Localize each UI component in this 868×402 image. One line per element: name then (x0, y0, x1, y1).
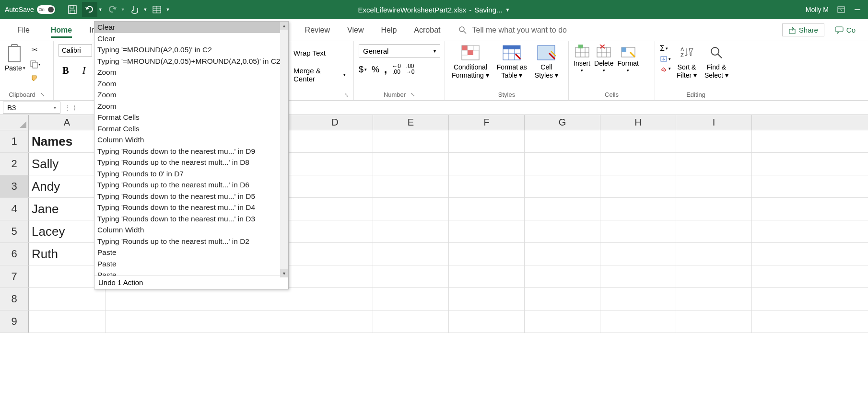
col-header-G[interactable]: G (525, 115, 600, 130)
cell[interactable] (525, 153, 600, 175)
tab-acrobat[interactable]: Acrobat (405, 19, 449, 41)
format-as-table-button[interactable]: Format asTable ▾ (495, 44, 529, 80)
increase-decimal-icon[interactable]: ←0.00 (392, 63, 401, 76)
delete-cells-button[interactable]: Delete▾ (594, 44, 613, 73)
ribbon-options-icon[interactable] (837, 6, 845, 13)
undo-history-item[interactable]: Clear (94, 33, 288, 45)
undo-history-item[interactable]: Format Cells (94, 112, 288, 123)
cell[interactable] (29, 288, 106, 310)
font-name-box[interactable]: Calibri (59, 44, 92, 57)
tab-help[interactable]: Help (372, 19, 405, 41)
toggle-switch[interactable]: On (37, 5, 55, 14)
cell[interactable] (297, 265, 373, 287)
undo-history-item[interactable]: Typing '=MROUND(A2,0.05)+MROUND(A2,0.05)… (94, 56, 288, 67)
merge-center-button[interactable]: Merge & Center▾ (291, 65, 349, 85)
cell[interactable] (373, 153, 449, 175)
cell[interactable] (525, 265, 600, 287)
cell[interactable] (449, 198, 525, 220)
row-header[interactable]: 6 (0, 243, 29, 265)
tab-file[interactable]: File (9, 19, 38, 41)
col-header-I[interactable]: I (676, 115, 752, 130)
undo-history-item[interactable]: Typing 'Rounds up to the nearest mult...… (94, 236, 288, 247)
cell[interactable] (600, 130, 676, 152)
undo-scrollbar[interactable]: ▲ ▼ (280, 22, 288, 277)
cell[interactable] (525, 220, 600, 242)
col-header-F[interactable]: F (449, 115, 525, 130)
undo-history-dropdown[interactable]: ClearClearTyping '=MROUND(A2,0.05)' in C… (94, 21, 289, 289)
wrap-text-button[interactable]: Wrap Text (291, 47, 328, 59)
undo-history-item[interactable]: Paste (94, 247, 288, 258)
undo-history-item[interactable]: Paste (94, 258, 288, 270)
undo-history-item[interactable]: Zoom (94, 67, 288, 78)
cell[interactable] (449, 175, 525, 197)
cell[interactable] (676, 153, 752, 175)
cell[interactable] (600, 153, 676, 175)
paste-button[interactable]: Paste▾ (5, 44, 25, 72)
redo-dropdown-caret[interactable]: ▼ (121, 7, 125, 12)
cell[interactable] (676, 243, 752, 265)
cell[interactable] (600, 175, 676, 197)
copy-icon[interactable]: ▾ (29, 58, 41, 70)
italic-button[interactable]: I (77, 63, 91, 78)
undo-history-item[interactable]: Paste (94, 269, 288, 276)
cell[interactable] (373, 175, 449, 197)
format-cells-button[interactable]: Format▾ (617, 44, 638, 73)
cell[interactable] (297, 153, 373, 175)
decrease-decimal-icon[interactable]: .00→0 (406, 63, 415, 76)
accounting-icon[interactable]: $▾ (359, 63, 367, 76)
name-box[interactable]: B3 ▾ (3, 102, 60, 114)
undo-history-item[interactable]: Zoom (94, 101, 288, 112)
autosave-toggle[interactable]: AutoSave On (0, 5, 60, 14)
undo-history-item[interactable]: Zoom (94, 89, 288, 101)
undo-history-item[interactable]: Typing 'Rounds down to the nearest mu...… (94, 146, 288, 157)
cell[interactable] (297, 198, 373, 220)
insert-cells-button[interactable]: Insert▾ (574, 44, 590, 73)
undo-history-item[interactable]: Typing 'Rounds down to the nearest mu...… (94, 202, 288, 213)
col-header-D[interactable]: D (297, 115, 373, 130)
cell[interactable] (449, 153, 525, 175)
col-header-E[interactable]: E (373, 115, 449, 130)
select-all-corner[interactable] (0, 115, 29, 130)
cell[interactable] (297, 175, 373, 197)
undo-history-item[interactable]: Typing 'Rounds to 0' in D7 (94, 168, 288, 180)
tab-view[interactable]: View (339, 19, 372, 41)
name-box-resize-icon[interactable]: ⋮ (64, 104, 70, 111)
percent-icon[interactable]: % (372, 63, 379, 76)
cell[interactable] (676, 310, 752, 333)
qat-customize-caret[interactable]: ▼ (165, 7, 170, 12)
undo-history-item[interactable]: Zoom (94, 78, 288, 90)
table-icon[interactable] (149, 2, 164, 17)
clipboard-launcher-icon[interactable]: ⤡ (40, 92, 45, 98)
cell[interactable] (676, 265, 752, 287)
fx-expand-icon[interactable]: ⟩ (73, 104, 76, 111)
cell[interactable] (373, 243, 449, 265)
cell[interactable] (373, 130, 449, 152)
cell[interactable] (600, 220, 676, 242)
row-header[interactable]: 9 (0, 310, 29, 333)
minimize-icon[interactable] (854, 6, 861, 13)
tab-home[interactable]: Home (42, 19, 81, 41)
redo-button[interactable] (105, 2, 120, 17)
undo-history-item[interactable]: Column Width (94, 134, 288, 146)
fill-icon[interactable]: ▾ (660, 56, 671, 62)
comma-icon[interactable]: , (384, 63, 387, 76)
cell[interactable] (600, 288, 676, 310)
cell[interactable] (29, 310, 106, 333)
row-header[interactable]: 4 (0, 198, 29, 220)
cell[interactable] (449, 265, 525, 287)
autosum-icon[interactable]: Σ▾ (660, 44, 671, 53)
tell-me-search[interactable]: Tell me what you want to do (458, 26, 566, 34)
cell[interactable] (525, 243, 600, 265)
clear-icon[interactable]: ▾ (660, 65, 671, 72)
cell[interactable] (449, 243, 525, 265)
row-header[interactable]: 1 (0, 130, 29, 152)
number-launcher-icon[interactable]: ⤡ (411, 92, 415, 98)
tab-review[interactable]: Review (296, 19, 339, 41)
sort-filter-button[interactable]: AZ Sort &Filter ▾ (675, 44, 699, 80)
cell[interactable] (449, 220, 525, 242)
cell[interactable] (525, 288, 600, 310)
cell[interactable] (373, 198, 449, 220)
cell[interactable] (297, 130, 373, 152)
cut-icon[interactable]: ✂ (29, 44, 41, 56)
undo-history-item[interactable]: Typing 'Rounds up to the nearest mult...… (94, 179, 288, 191)
